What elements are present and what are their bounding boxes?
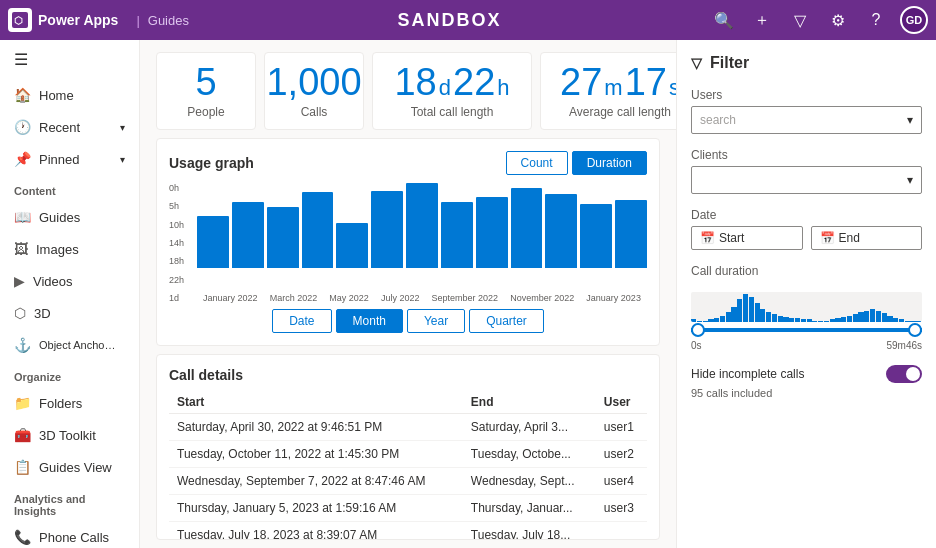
duration-bar — [795, 318, 800, 322]
filter-end-label: End — [839, 231, 860, 245]
sidebar-item-guides[interactable]: 📖 Guides — [0, 201, 139, 233]
duration-bar — [720, 316, 725, 322]
sidebar-item-object-anchors[interactable]: ⚓ Object Anchors (Prev... — [0, 329, 139, 361]
filter-collapse-button[interactable]: › — [676, 276, 677, 312]
pin-icon: 📌 — [14, 151, 31, 167]
help-icon[interactable]: ? — [862, 6, 890, 34]
chart-bar — [511, 188, 543, 268]
chart-inner: January 2022 March 2022 May 2022 July 20… — [197, 183, 647, 303]
sidebar-item-label: Images — [36, 242, 79, 257]
duration-bar — [801, 319, 806, 322]
table-row[interactable]: Saturday, April 30, 2022 at 9:46:51 PMSa… — [169, 414, 647, 441]
filter-panel: › ▽ Filter Users search ▾ Clients ▾ Date… — [676, 40, 936, 548]
slider-thumb-right[interactable] — [908, 323, 922, 337]
chart-y-axis: 1d 22h 18h 14h 10h 5h 0h — [169, 183, 197, 303]
table-row[interactable]: Thursday, January 5, 2023 at 1:59:16 AMT… — [169, 495, 647, 522]
sidebar-item-label: 3D — [34, 306, 51, 321]
filter-clients-select[interactable]: ▾ — [691, 166, 922, 194]
duration-bar — [789, 318, 794, 322]
filter-date-label: Date — [691, 208, 922, 222]
topbar-breadcrumb[interactable]: Guides — [148, 13, 189, 28]
duration-bar — [714, 318, 719, 322]
duration-bar — [910, 321, 915, 322]
stat-total-h: 22 — [453, 63, 495, 101]
chart-bar — [232, 202, 264, 268]
sidebar-item-recent[interactable]: 🕐 Recent ▾ — [0, 111, 139, 143]
home-icon: 🏠 — [14, 87, 31, 103]
sidebar-item-videos[interactable]: ▶ Videos — [0, 265, 139, 297]
count-toggle[interactable]: Count — [506, 151, 568, 175]
filter-icon[interactable]: ▽ — [786, 6, 814, 34]
sidebar-item-home[interactable]: 🏠 Home — [0, 79, 139, 111]
sidebar-item-phone-calls[interactable]: 📞 Phone Calls — [0, 521, 139, 548]
hide-incomplete-toggle[interactable] — [886, 365, 922, 383]
sidebar-item-guides-view[interactable]: 📋 Guides View — [0, 451, 139, 483]
table-row[interactable]: Wednesday, September 7, 2022 at 8:47:46 … — [169, 468, 647, 495]
hide-incomplete-container: Hide incomplete calls — [691, 365, 922, 383]
filter-users-select[interactable]: search ▾ — [691, 106, 922, 134]
table-row[interactable]: Tuesday, July 18, 2023 at 8:39:07 AMTues… — [169, 522, 647, 541]
duration-bar — [841, 317, 846, 322]
month-btn[interactable]: Month — [336, 309, 403, 333]
filter-users-row: Users search ▾ — [691, 88, 922, 134]
stat-avg-s-unit: s — [669, 75, 676, 101]
slider-thumb-left[interactable] — [691, 323, 705, 337]
duration-bar — [726, 312, 731, 322]
filter-clients-label: Clients — [691, 148, 922, 162]
duration-bar — [916, 321, 921, 322]
slider-range — [691, 328, 922, 332]
duration-bar — [812, 321, 817, 322]
sidebar-item-images[interactable]: 🖼 Images — [0, 233, 139, 265]
year-btn[interactable]: Year — [407, 309, 465, 333]
filter-clients-row: Clients ▾ — [691, 148, 922, 194]
duration-bar — [743, 294, 748, 322]
filter-start-label: Start — [719, 231, 744, 245]
stats-row: 5 People 1,000 Calls 18d 22h Total call … — [140, 40, 676, 138]
search-icon[interactable]: 🔍 — [710, 6, 738, 34]
call-details-section: Call details Start End User Saturday, Ap… — [156, 354, 660, 540]
guides-view-icon: 📋 — [14, 459, 31, 475]
sidebar-section-analytics: Analytics and Insights — [0, 483, 139, 521]
topbar-icons: 🔍 ＋ ▽ ⚙ ? GD — [710, 6, 928, 34]
expand-icon: ▾ — [120, 122, 125, 133]
duration-bar — [697, 321, 702, 322]
hamburger-button[interactable]: ☰ — [0, 40, 139, 79]
duration-bar — [905, 321, 910, 322]
duration-bar — [864, 311, 869, 322]
chart-x-labels: January 2022 March 2022 May 2022 July 20… — [197, 293, 647, 303]
col-header-user: User — [596, 391, 647, 414]
duration-bar — [760, 309, 765, 322]
duration-bar — [893, 318, 898, 322]
sidebar-item-label: Phone Calls — [39, 530, 109, 545]
duration-bar — [703, 321, 708, 322]
filter-end-btn[interactable]: 📅 End — [811, 226, 923, 250]
sidebar-item-3d[interactable]: ⬡ 3D — [0, 297, 139, 329]
chart-bar — [476, 197, 508, 268]
stat-avg-m-unit: m — [604, 75, 622, 101]
stat-total-d: 18 — [394, 63, 436, 101]
sidebar-item-label: Recent — [39, 120, 80, 135]
toggle-thumb — [906, 367, 920, 381]
filter-start-btn[interactable]: 📅 Start — [691, 226, 803, 250]
sidebar-item-folders[interactable]: 📁 Folders — [0, 387, 139, 419]
stat-card-avg: 27m 17s Average call length — [540, 52, 676, 130]
filter-icon: ▽ — [691, 55, 702, 71]
sidebar-item-pinned[interactable]: 📌 Pinned ▾ — [0, 143, 139, 175]
filter-duration-row: Call duration 0s 59m46s — [691, 264, 922, 351]
table-row[interactable]: Tuesday, October 11, 2022 at 1:45:30 PMT… — [169, 441, 647, 468]
sidebar-item-label: Guides View — [39, 460, 112, 475]
stat-calls-number: 1,000 — [266, 63, 361, 101]
quarter-btn[interactable]: Quarter — [469, 309, 544, 333]
date-btn[interactable]: Date — [272, 309, 331, 333]
topbar-logo[interactable]: ⬡ Power Apps — [8, 8, 118, 32]
topbar-separator: | — [136, 13, 139, 28]
sidebar-item-toolkit[interactable]: 🧰 3D Toolkit — [0, 419, 139, 451]
settings-icon[interactable]: ⚙ — [824, 6, 852, 34]
avatar[interactable]: GD — [900, 6, 928, 34]
filter-users-placeholder: search — [700, 113, 736, 127]
add-icon[interactable]: ＋ — [748, 6, 776, 34]
stat-avg-s: 17 — [625, 63, 667, 101]
duration-bar — [807, 319, 812, 322]
calls-included-label: 95 calls included — [691, 387, 922, 399]
duration-toggle[interactable]: Duration — [572, 151, 647, 175]
